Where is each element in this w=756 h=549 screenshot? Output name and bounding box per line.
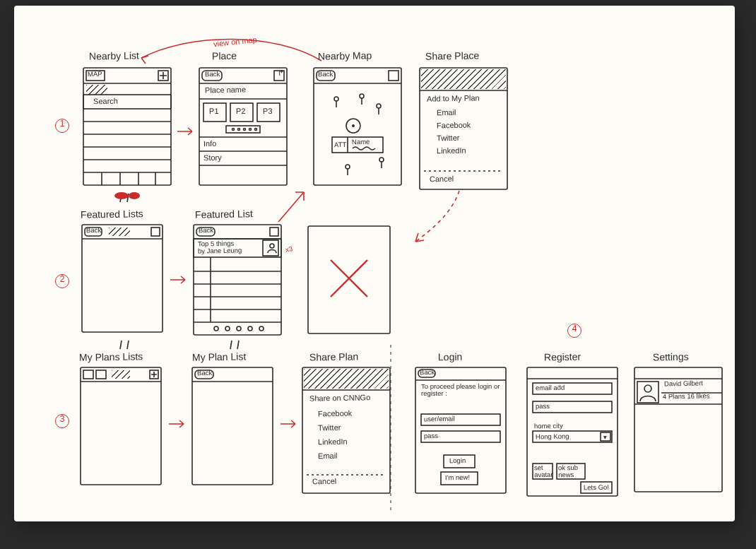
red-blotch [113,191,141,201]
screen-title-my-plan-list: My Plan List [192,351,246,362]
login-new-btn: I'm new! [445,474,470,482]
share-plan-header-hatch [304,369,389,389]
svg-rect-63 [270,228,278,236]
share-plan-item-3: Email [318,452,338,461]
step-marker-4: 4 [567,324,581,338]
svg-point-73 [225,326,230,331]
svg-point-30 [249,129,252,131]
featured-lists-tab-hatch [109,228,130,236]
ditto-mark-2b [229,339,243,352]
svg-point-28 [238,129,240,131]
screen-title-share-plan: Share Plan [309,351,359,362]
featured-lists-back: Back [86,227,101,234]
map-callout-btn: ATT [334,141,346,148]
place-action-icon: ↱ [278,69,284,78]
screen-title-featured-lists: Featured Lists [81,208,143,220]
share-plan-item-0: Facebook [318,410,353,418]
my-plan-list-back: Back [197,370,212,377]
svg-rect-59 [151,228,160,236]
screen-title-register: Register [544,352,581,363]
my-plans-tab-hatch [112,370,130,379]
login-intro: To proceed please login or register : [421,383,504,397]
map-btn-label: MAP [88,71,102,78]
ditto-mark-2a [119,339,133,352]
photo-p2: P2 [236,107,246,116]
arrow-shareplace-down [410,191,466,247]
photo-p3: P3 [263,107,273,116]
share-place-item-1: Email [437,109,456,117]
tab-active-hatch [86,85,107,95]
settings-user-stats: 4 Plans 16 likes [663,392,710,400]
arrow-featured-to-list [170,274,188,285]
screen-title-nearby-map: Nearby Map [318,50,372,61]
step-marker-1: 1 [55,119,69,133]
register-home-city: home city [534,423,563,430]
share-plan-item-1: Twitter [318,424,341,432]
place-story: Story [203,154,222,163]
share-place-item-0: Add to My Plan [427,94,480,103]
register-sub-left: set avatar [534,464,554,478]
svg-point-27 [232,129,235,131]
svg-rect-79 [81,367,161,485]
register-pass: pass [536,403,550,410]
screen-title-my-plans-lists: My Plans Lists [79,351,143,362]
arrow-plans-to-list [168,418,187,430]
share-plan-item-2: LinkedIn [318,438,348,447]
svg-point-47 [379,158,384,162]
svg-point-72 [214,326,218,331]
register-dropdown-icon: ▾ [603,434,607,441]
screen-title-place: Place [212,51,237,61]
annotation-x3: x3 [285,245,293,254]
place-name: Place name [205,85,246,95]
login-pass: pass [424,432,438,439]
author-avatar-glyph [266,242,278,254]
step-marker-3: 3 [55,414,69,428]
svg-rect-82 [96,370,106,379]
svg-point-29 [244,129,246,131]
screen-title-nearby-list: Nearby List [89,50,139,61]
svg-point-111 [644,385,651,392]
settings-user-name: David Gilbert [664,380,703,388]
search-label: Search [93,98,118,106]
arrow-list-to-share [280,418,298,430]
sketch-paper: 1 2 3 4 view on map Nearby List [14,6,735,521]
svg-point-43 [377,104,381,108]
screen-title-share-place: Share Place [425,50,480,61]
share-place-header-hatch [421,69,506,89]
svg-point-45 [345,165,350,169]
place-back: Back [205,71,220,78]
map-back: Back [318,71,333,78]
svg-point-39 [334,97,338,101]
login-btn: Login [449,457,466,464]
svg-point-75 [248,326,252,331]
photo-p1: P1 [209,107,219,116]
removed-cross [328,257,370,300]
screen-title-featured-list: Featured List [195,208,253,220]
map-callout-squiggle [352,146,379,151]
screen-nearby-map [312,66,403,187]
screen-title-login: Login [438,352,463,362]
register-email: email add [536,384,565,392]
arrow-nearby-to-place [177,126,195,137]
screen-featured-lists [81,223,164,333]
screen-my-plans-lists [79,366,163,486]
svg-point-50 [352,124,355,127]
svg-point-17 [129,192,140,199]
featured-list-row-author: by Jane Leung [198,247,242,254]
login-back: Back [420,369,435,376]
share-place-item-3: Twitter [437,134,460,143]
svg-rect-38 [389,71,398,81]
place-info: Info [203,140,217,148]
featured-list-back: Back [199,227,213,234]
svg-point-41 [360,94,364,98]
svg-point-74 [237,326,241,331]
map-callout-name: Name [352,138,370,146]
register-sub-mid: ok sub news [558,464,586,478]
register-go-btn: Lets Go! [584,484,609,492]
svg-point-77 [270,244,274,248]
arrow-list-to-place [274,187,309,225]
svg-point-76 [259,326,264,331]
svg-rect-86 [192,367,273,485]
svg-rect-56 [82,225,163,332]
step-marker-2: 2 [55,274,69,288]
